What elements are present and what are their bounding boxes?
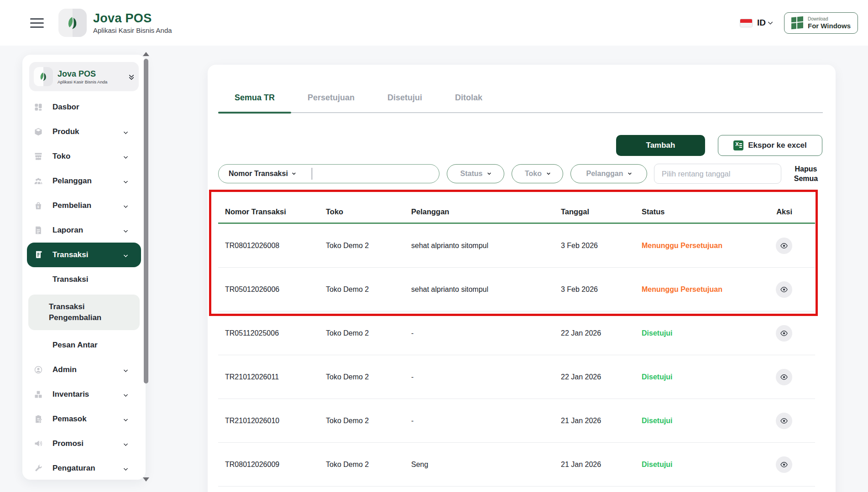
- language-chevron-down-icon[interactable]: [768, 20, 773, 25]
- sidebar-item-inventaris[interactable]: Inventaris: [22, 382, 146, 407]
- scroll-down-arrow-icon[interactable]: [143, 477, 149, 482]
- main-content-card: Semua TR Persetujuan Disetujui Ditolak T…: [208, 65, 836, 492]
- customers-icon: [33, 176, 43, 186]
- cell-nomor: TR05012026006: [218, 285, 326, 294]
- column-header-tanggal: Tanggal: [561, 207, 642, 216]
- scrollbar-thumb[interactable]: [144, 59, 148, 383]
- chevron-down-icon: [124, 154, 128, 159]
- chevron-down-icon: [124, 228, 128, 233]
- windows-logo-icon: [791, 16, 803, 30]
- sidebar-item-laporan[interactable]: Laporan: [22, 218, 146, 243]
- cell-tanggal: 21 Jan 2026: [561, 461, 642, 469]
- chevron-down-icon: [124, 129, 128, 134]
- sidebar-item-dasbor[interactable]: Dasbor: [22, 95, 146, 119]
- view-detail-button[interactable]: [776, 456, 792, 473]
- column-header-aksi: Aksi: [769, 207, 815, 216]
- sidebar-item-promosi[interactable]: Promosi: [22, 431, 146, 456]
- cell-pelanggan: -: [411, 373, 561, 381]
- chevron-down-icon: [628, 171, 632, 175]
- language-selector[interactable]: ID: [757, 18, 766, 28]
- indonesia-flag-icon: [740, 19, 753, 27]
- eye-icon: [780, 373, 788, 381]
- table-row: TR21012026011 Toko Demo 2 - 22 Jan 2026 …: [218, 355, 815, 399]
- cell-tanggal: 21 Jan 2026: [561, 417, 642, 425]
- tab-semua-tr[interactable]: Semua TR: [218, 92, 291, 112]
- table-row: TR05012026006 Toko Demo 2 sehat alpriant…: [218, 268, 815, 311]
- date-range-input[interactable]: [654, 164, 781, 184]
- eye-icon: [780, 461, 788, 469]
- cell-toko: Toko Demo 2: [326, 461, 411, 469]
- tab-bar: Semua TR Persetujuan Disetujui Ditolak: [218, 65, 823, 113]
- clear-all-filters-button[interactable]: Hapus Semua: [789, 164, 823, 183]
- table-row: TR05112025006 Toko Demo 2 - 22 Jan 2026 …: [218, 311, 815, 355]
- product-box-icon: [33, 127, 43, 137]
- cell-pelanggan: sehat alprianto sitompul: [411, 285, 561, 294]
- tab-ditolak[interactable]: Ditolak: [439, 92, 499, 112]
- tab-disetujui[interactable]: Disetujui: [371, 92, 439, 112]
- sidebar-item-toko[interactable]: Toko: [22, 144, 146, 169]
- chevron-down-icon: [124, 417, 128, 421]
- sidebar-item-pengaturan[interactable]: Pengaturan: [22, 456, 146, 481]
- export-excel-button[interactable]: Ekspor ke excel: [718, 135, 822, 156]
- app-title: Jova POS: [93, 11, 172, 26]
- admin-user-icon: [33, 365, 43, 375]
- excel-icon: [733, 140, 743, 150]
- hamburger-menu-icon[interactable]: [30, 16, 44, 31]
- customer-filter-dropdown[interactable]: Pelanggan: [570, 164, 647, 183]
- scroll-up-arrow-icon[interactable]: [143, 52, 149, 56]
- cell-toko: Toko Demo 2: [326, 373, 411, 381]
- column-header-nomor-transaksi: Nomor Transaksi: [218, 207, 326, 216]
- search-input[interactable]: [312, 165, 433, 183]
- sidebar-item-pemasok[interactable]: Pemasok: [22, 407, 146, 431]
- table-row: TR08012026008 Toko Demo 2 sehat alpriant…: [218, 224, 815, 268]
- search-combo: Nomor Transaksi: [218, 164, 439, 183]
- cell-pelanggan: -: [411, 417, 561, 425]
- cell-tanggal: 3 Feb 2026: [561, 242, 642, 250]
- sidebar-item-pembelian[interactable]: $ Pembelian: [22, 193, 146, 218]
- cell-toko: Toko Demo 2: [326, 417, 411, 425]
- status-filter-dropdown[interactable]: Status: [447, 164, 504, 183]
- inventory-boxes-icon: [33, 389, 43, 399]
- purchase-bag-icon: $: [33, 201, 43, 211]
- view-detail-button[interactable]: [776, 413, 792, 429]
- column-header-pelanggan: Pelanggan: [411, 207, 561, 216]
- chevron-down-icon: [547, 171, 550, 175]
- transactions-table: Nomor Transaksi Toko Pelanggan Tanggal S…: [218, 201, 815, 487]
- view-detail-button[interactable]: [776, 281, 792, 298]
- tambah-button[interactable]: Tambah: [616, 135, 705, 156]
- download-windows-button[interactable]: Download For Windows: [784, 12, 858, 34]
- cell-pelanggan: sehat alprianto sitompul: [411, 242, 561, 250]
- status-badge: Disetujui: [642, 461, 769, 469]
- cell-toko: Toko Demo 2: [326, 329, 411, 337]
- sidebar-item-admin[interactable]: Admin: [22, 357, 146, 382]
- sidebar: Jova POS Aplikasi Kasir Bisnis Anda Dasb…: [22, 55, 146, 480]
- chevron-down-icon: [124, 253, 128, 257]
- cell-nomor: TR21012026010: [218, 417, 326, 425]
- view-detail-button[interactable]: [776, 325, 792, 342]
- sidebar-item-transaksi[interactable]: Transaksi: [27, 243, 141, 267]
- sidebar-subitem-transaksi[interactable]: Transaksi: [22, 267, 146, 292]
- sidebar-scrollbar[interactable]: [143, 52, 149, 482]
- tab-persetujuan[interactable]: Persetujuan: [291, 92, 371, 112]
- cell-toko: Toko Demo 2: [326, 285, 411, 294]
- search-field-dropdown[interactable]: Nomor Transaksi: [229, 170, 295, 178]
- sidebar-collapse-icon[interactable]: [130, 74, 133, 79]
- report-document-icon: [33, 225, 43, 235]
- sidebar-subitem-pesan-antar[interactable]: Pesan Antar: [22, 333, 146, 357]
- app-brand: Jova POS Aplikasi Kasir Bisnis Anda: [58, 9, 172, 37]
- sidebar-subitem-transaksi-pengembalian[interactable]: Transaksi Pengembalian: [28, 295, 140, 330]
- view-detail-button[interactable]: [776, 238, 792, 254]
- cell-nomor: TR08012026009: [218, 461, 326, 469]
- supplier-clipboard-icon: [33, 414, 43, 424]
- status-badge: Disetujui: [642, 329, 769, 337]
- jova-pos-logo-icon: [34, 67, 53, 86]
- eye-icon: [780, 417, 788, 425]
- sidebar-item-produk[interactable]: Produk: [22, 119, 146, 144]
- store-filter-dropdown[interactable]: Toko: [512, 164, 563, 183]
- cell-tanggal: 3 Feb 2026: [561, 285, 642, 294]
- filter-row: Nomor Transaksi Status Toko Pelanggan Ha…: [218, 164, 836, 184]
- table-header-row: Nomor Transaksi Toko Pelanggan Tanggal S…: [218, 201, 815, 224]
- app-tagline: Aplikasi Kasir Bisnis Anda: [93, 26, 172, 34]
- view-detail-button[interactable]: [776, 369, 792, 385]
- sidebar-item-pelanggan[interactable]: Pelanggan: [22, 169, 146, 193]
